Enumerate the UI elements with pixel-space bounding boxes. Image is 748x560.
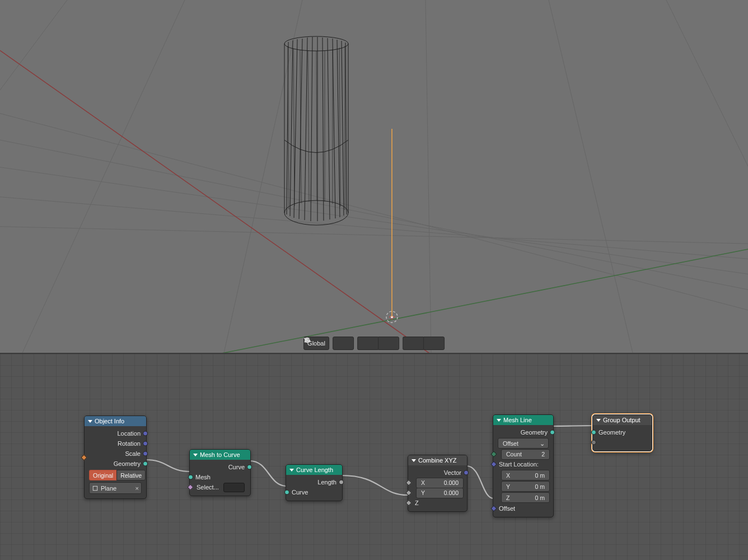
viewport-canvas [0, 0, 748, 353]
mesh-data-icon [92, 485, 99, 492]
svg-line-27 [333, 39, 335, 218]
node-object-info[interactable]: Object Info Location Rotation Scale Geom… [84, 416, 147, 499]
socket-label: Offset [499, 505, 515, 512]
svg-line-33 [293, 48, 294, 206]
node-header[interactable]: Mesh to Curve [190, 450, 250, 460]
3d-viewport[interactable]: Global [0, 0, 748, 353]
svg-line-34 [300, 50, 301, 203]
proportional-falloff-dropdown[interactable] [423, 337, 445, 350]
svg-line-22 [305, 38, 307, 220]
socket-label: Geometry [521, 429, 548, 436]
x-axis-line [0, 50, 437, 353]
node-header[interactable]: Group Output [593, 415, 652, 425]
node-title: Combine XYZ [418, 457, 456, 464]
node-header[interactable]: Mesh Line [493, 415, 553, 425]
snap-toggle-button[interactable] [357, 337, 378, 350]
svg-line-1 [0, 118, 748, 314]
node-title: Mesh to Curve [200, 451, 240, 458]
mode-original[interactable]: Original [89, 470, 116, 480]
x-field[interactable]: X 0.000 [416, 478, 464, 488]
start-y-field[interactable]: Y0 m [501, 481, 550, 492]
node-title: Object Info [95, 418, 124, 424]
svg-line-26 [328, 38, 330, 220]
socket-label: Z [415, 500, 419, 506]
svg-line-4 [0, 224, 748, 246]
mode-relative[interactable]: Relative [116, 470, 146, 480]
clear-object-icon[interactable]: × [135, 485, 139, 492]
socket-label: Curve [228, 464, 245, 470]
y-axis-line [196, 249, 748, 353]
node-header[interactable]: Curve Length [286, 465, 342, 475]
node-mesh-to-curve[interactable]: Mesh to Curve Curve Mesh Select... [189, 449, 251, 496]
svg-line-9 [549, 0, 633, 353]
object-picker[interactable]: Plane × [89, 482, 142, 494]
object-name: Plane [101, 485, 116, 492]
socket-label: Select... [197, 484, 219, 491]
svg-line-5 [0, 0, 67, 353]
geometry-node-editor[interactable]: Object Info Location Rotation Scale Geom… [0, 354, 748, 560]
node-title: Curve Length [296, 466, 333, 473]
proportional-edit-toggle[interactable] [403, 337, 423, 350]
socket-label: Start Location: [499, 461, 539, 468]
falloff-smooth-icon [303, 337, 311, 344]
socket-label: Length [317, 479, 336, 486]
svg-rect-43 [93, 486, 97, 491]
mode-toggle[interactable]: Original Relative [89, 470, 142, 480]
mode-dropdown[interactable]: Offset ⌄ [498, 438, 549, 449]
socket-label: Location [117, 430, 141, 437]
node-title: Mesh Line [503, 417, 532, 423]
svg-point-15 [284, 36, 348, 51]
svg-line-10 [666, 0, 748, 353]
socket-label: Rotation [118, 440, 141, 447]
viewport-toolbar: Global [303, 337, 445, 350]
node-combine-xyz[interactable]: Combine XYZ Vector X 0.000 Y 0.000 Z [408, 455, 468, 512]
node-group-output[interactable]: Group Output Geometry [592, 414, 652, 451]
start-z-field[interactable]: Z0 m [501, 492, 550, 503]
socket-label: Geometry [114, 460, 141, 467]
svg-line-2 [0, 151, 748, 291]
selection-field[interactable] [223, 483, 245, 492]
start-x-field[interactable]: X0 m [501, 470, 550, 480]
svg-line-6 [22, 0, 185, 353]
svg-line-29 [342, 41, 344, 216]
svg-line-23 [311, 37, 312, 221]
node-header[interactable]: Object Info [85, 416, 146, 426]
y-field[interactable]: Y 0.000 [416, 488, 464, 498]
svg-line-35 [308, 51, 309, 202]
count-field[interactable]: Count 2 [501, 449, 550, 460]
snap-options-dropdown[interactable] [378, 337, 399, 350]
node-curve-length[interactable]: Curve Length Length Curve [286, 464, 343, 501]
svg-line-8 [426, 0, 431, 353]
svg-line-3 [0, 188, 748, 269]
node-header[interactable]: Combine XYZ [408, 455, 467, 465]
svg-line-25 [322, 38, 324, 221]
node-mesh-line[interactable]: Mesh Line Geometry Offset ⌄ Count 2 Star… [493, 414, 554, 517]
svg-line-0 [0, 84, 748, 342]
socket-label: Scale [125, 450, 141, 457]
socket-label: Vector [444, 469, 461, 476]
svg-line-36 [316, 51, 317, 200]
svg-line-30 [345, 43, 347, 214]
socket-label: Mesh [195, 474, 211, 480]
node-title: Group Output [603, 417, 641, 423]
socket-label: Curve [292, 489, 308, 496]
socket-label: Geometry [599, 429, 625, 436]
pivot-point-button[interactable] [333, 337, 354, 350]
